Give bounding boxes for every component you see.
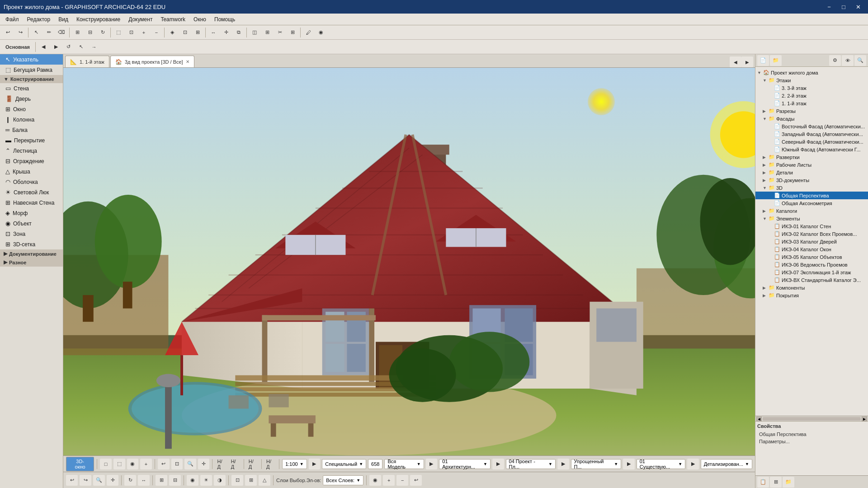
select-layers-seg[interactable]: Всех Слоев: ▼ [323, 475, 363, 485]
tree-item-fac-west[interactable]: 📄 Западный Фасад (Автоматически... [755, 130, 868, 138]
tree-item-floor-2[interactable]: 📄 2. 2-й этаж [755, 92, 868, 99]
view-mode-2[interactable]: ⬚ [113, 459, 125, 469]
ws-refresh[interactable]: ↺ [63, 42, 75, 52]
ws-back[interactable]: ◀ [38, 42, 49, 52]
minimize-button[interactable]: − [823, 2, 835, 12]
tree-item-elem-expl[interactable]: 📋 ИКЭ-07 Экспликация 1-й этаж [755, 268, 868, 276]
detailed-layer[interactable]: Детализирован... ▼ [701, 459, 752, 469]
view-zoom-fit[interactable]: ⊡ [171, 459, 183, 469]
tree-item-elements[interactable]: ▼ 📁 Элементы [755, 215, 868, 222]
tab-floor-plan[interactable]: 📐 1. 1-й этаж [65, 56, 109, 67]
tree-item-3d-perspective[interactable]: 📄 Общая Перспектива [755, 192, 868, 199]
rp-btm-3[interactable]: 📁 [783, 477, 794, 488]
tree-scroll-right-btn[interactable]: ▶ [862, 417, 867, 421]
tree-hscrollbar[interactable]: ◀ ▶ [755, 416, 868, 421]
tab-nav-left[interactable]: ◀ [730, 56, 741, 67]
ws-fwd[interactable]: ▶ [50, 42, 62, 52]
scale-toggle[interactable]: ▶ [309, 459, 321, 469]
tree-item-floors[interactable]: ▼ 📁 Этажи [755, 76, 868, 84]
prop-params[interactable]: Параметры... [757, 438, 866, 445]
section-btn[interactable]: ⊡ [179, 27, 191, 38]
maximize-button[interactable]: □ [837, 2, 850, 12]
zoom-out[interactable]: − [151, 27, 162, 38]
misc-section[interactable]: ▶ Разное [0, 258, 63, 267]
tree-item-elem-openings[interactable]: 📋 ИКЭ-02 Каталог Всех Проемов... [755, 230, 868, 238]
3d-btn[interactable]: ◈ [166, 27, 178, 38]
tree-item-3d[interactable]: ▼ 📁 3D [755, 184, 868, 192]
exist-toggle[interactable]: ▶ [687, 459, 699, 469]
sidebar-item-fence[interactable]: ⊟ Ограждение [0, 156, 63, 166]
zoom-fit[interactable]: ⊡ [125, 27, 137, 38]
rp-settings-btn[interactable]: ⚙ [829, 55, 841, 66]
sel-btn-1[interactable]: ◉ [369, 475, 381, 486]
snap-btn-2[interactable]: ⊞ [156, 475, 167, 486]
render-btn[interactable]: ◉ [187, 475, 198, 486]
rp-btm-2[interactable]: ⊞ [770, 477, 782, 488]
copy-btn[interactable]: ⧉ [233, 27, 245, 38]
split-btn[interactable]: ⊞ [287, 27, 298, 38]
view-mode-1[interactable]: □ [100, 459, 112, 469]
light-btn[interactable]: ☀ [200, 475, 212, 486]
fill-btn[interactable]: ◉ [315, 27, 327, 38]
model-toggle[interactable]: ▶ [426, 459, 438, 469]
view-mode-4[interactable]: + [140, 459, 152, 469]
tree-item-3d-docs[interactable]: ▶ 📁 3D-документы [755, 176, 868, 184]
view3d-btn-3[interactable]: △ [259, 475, 270, 486]
3d-viewport[interactable] [63, 68, 755, 455]
proj-layer[interactable]: 04 Проект - Пл... ▼ [506, 459, 556, 469]
eraser-tool[interactable]: ⌫ [56, 27, 67, 38]
tree-item-elem-doors[interactable]: 📋 ИКЭ-03 Каталог Дверей [755, 238, 868, 245]
grid-btn-2[interactable]: ⊟ [169, 475, 181, 486]
snap-btn[interactable]: ⊞ [71, 27, 83, 38]
sel-btn-3[interactable]: − [396, 475, 408, 486]
grid-btn[interactable]: ⊟ [84, 27, 96, 38]
view3d-btn-1[interactable]: ⊡ [231, 475, 243, 486]
view-orbit[interactable]: ↩ [158, 459, 170, 469]
mirror-btn[interactable]: ◫ [249, 27, 260, 38]
sidebar-item-object[interactable]: ◉ Объект [0, 218, 63, 229]
tree-item-3d-axon[interactable]: 📄 Общая Аксонометрия [755, 199, 868, 207]
tree-item-elem-windows[interactable]: 📋 ИКЭ-04 Каталог Окон [755, 245, 868, 253]
tree-item-elem-walls[interactable]: 📋 ИКЭ-01 Каталог Стен [755, 222, 868, 230]
sidebar-item-wall[interactable]: ▭ Стена [0, 83, 63, 94]
menu-teamwork[interactable]: Teamwork [157, 15, 189, 24]
undo-button[interactable]: ↩ [2, 27, 14, 38]
3d-window-btn[interactable]: 3D-окно [66, 457, 94, 471]
tree-item-sections[interactable]: ▶ 📁 Разрезы [755, 107, 868, 115]
rp-btm-1[interactable]: 📋 [757, 477, 769, 488]
tree-item-catalogs[interactable]: ▶ 📁 Каталоги [755, 207, 868, 215]
tree-scroll-left-btn[interactable]: ◀ [756, 417, 762, 421]
construction-section[interactable]: ▼ Конструирование [0, 75, 63, 83]
sidebar-item-cursor[interactable]: ↖ Указатель [0, 54, 63, 65]
close-tab-icon[interactable]: ✕ [186, 59, 189, 64]
sidebar-item-slab[interactable]: ▬ Перекрытие [0, 135, 63, 145]
tab-3d-view[interactable]: 🏠 3д вид проекта [3D / Все] ✕ [110, 56, 194, 67]
menu-document[interactable]: Документ [125, 15, 156, 24]
tree-item-elem-standard[interactable]: 📋 ИКЭ-ВХ Стандартный Каталог Э... [755, 276, 868, 284]
menu-help[interactable]: Помощь [211, 15, 239, 24]
simp-toggle[interactable]: ▶ [623, 459, 635, 469]
layer-btn-3[interactable]: 🔍 [93, 475, 105, 486]
zoom-in[interactable]: + [138, 27, 150, 38]
trim-btn[interactable]: ✂ [274, 27, 286, 38]
pen-btn[interactable]: 🖊 [302, 27, 314, 38]
existing-layer[interactable]: 01 Существую... ▼ [637, 459, 685, 469]
layer-count[interactable]: 658 [368, 459, 382, 469]
sidebar-item-curtain-wall[interactable]: ⊞ Навесная Стена [0, 197, 63, 208]
tree-item-root[interactable]: ▼ 🏠 Проект жилого дома [755, 69, 868, 76]
arch-layer[interactable]: 01 Архитектурн... ▼ [439, 459, 491, 469]
sidebar-item-column[interactable]: ❙ Колонна [0, 114, 63, 125]
elevation-btn[interactable]: ⊞ [192, 27, 203, 38]
tree-item-details[interactable]: ▶ 📁 Детали [755, 169, 868, 176]
tree-item-fac-east[interactable]: 📄 Восточный Фасад (Автоматически... [755, 122, 868, 130]
tree-item-elem-vedomost[interactable]: 📋 ИКЭ-06 Ведомость Проемов [755, 261, 868, 268]
sidebar-item-zone[interactable]: ⊡ Зона [0, 229, 63, 239]
orbit-btn[interactable]: ↻ [124, 475, 136, 486]
tree-item-floor-1[interactable]: 📄 1. 1-й этаж [755, 99, 868, 107]
menu-edit[interactable]: Редактор [24, 15, 54, 24]
tree-item-unfoldings[interactable]: ▶ 📁 Развертки [755, 153, 868, 161]
menu-view[interactable]: Вид [55, 15, 72, 24]
layer-btn-1[interactable]: ↩ [66, 475, 78, 486]
rotate-btn[interactable]: ↻ [97, 27, 108, 38]
scale-selector[interactable]: 1:100 ▼ [282, 459, 307, 469]
